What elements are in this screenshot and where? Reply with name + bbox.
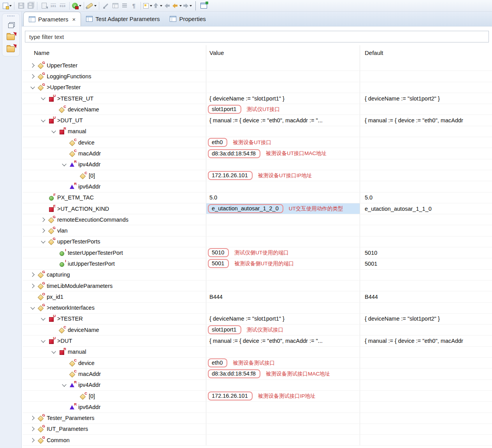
forward-button[interactable]	[183, 1, 192, 11]
save-button[interactable]	[17, 1, 25, 11]
param-value-cell[interactable]: B444	[206, 291, 360, 302]
param-default-cell[interactable]	[360, 325, 492, 335]
param-default-cell[interactable]	[360, 391, 492, 401]
param-default-cell[interactable]	[360, 280, 492, 291]
param-default-cell[interactable]: { manual := { device := "eth0", macAddr	[360, 335, 492, 346]
expand-arrow-collapsed[interactable]	[29, 426, 37, 432]
expand-arrow-expanded[interactable]	[39, 95, 47, 102]
param-default-cell[interactable]: e_utaction_autosar_1_1_0	[360, 203, 492, 214]
table-row[interactable]: U>TESTER_UT{ deviceName := "slot1port1" …	[23, 93, 492, 104]
table-row[interactable]: GLoggingFunctions	[23, 71, 492, 82]
param-value-cell[interactable]	[206, 270, 360, 280]
param-default-cell[interactable]	[360, 358, 492, 368]
expand-arrow-collapsed[interactable]	[29, 73, 37, 79]
column-header-name[interactable]: Name	[23, 45, 206, 60]
column-header-default[interactable]: Default	[360, 45, 492, 60]
table-row[interactable]: Rmanual	[23, 126, 492, 137]
reference-grid-button[interactable]	[111, 1, 119, 11]
param-default-cell[interactable]: { deviceName := "slot1port2" }	[360, 314, 492, 324]
param-value-cell[interactable]	[206, 413, 360, 423]
table-row[interactable]: U>DUT{ manual := { device := "eth0", mac…	[23, 335, 492, 346]
param-value-cell[interactable]	[206, 214, 360, 225]
table-row[interactable]: Ripv4Addr	[23, 159, 492, 170]
param-value-cell[interactable]	[206, 126, 360, 137]
param-value-cell[interactable]: eth0被测设备UT接口	[206, 137, 360, 148]
binary-view-1-button[interactable]: 101	[49, 1, 58, 11]
param-default-cell[interactable]: { deviceName := "slot1port2" }	[360, 93, 492, 104]
table-row[interactable]: ItesterUpperTesterPort5010测试仪侧UT使用的端口501…	[23, 247, 492, 258]
param-default-cell[interactable]	[360, 380, 492, 390]
table-row[interactable]: U>DUT_UT{ manual := { device := "eth0", …	[23, 115, 492, 126]
table-row[interactable]: CdeviceNameslot1port1测试仪UT接口	[23, 104, 492, 115]
validate-run-button[interactable]: ✓	[72, 1, 81, 11]
table-row[interactable]: GTester_Parameters	[23, 413, 492, 424]
param-value-cell[interactable]	[206, 347, 360, 357]
clear-highlight-dropdown-icon[interactable]	[94, 5, 97, 7]
param-default-cell[interactable]	[360, 270, 492, 280]
mark-occurrences-dropdown-icon[interactable]	[150, 5, 152, 7]
table-row[interactable]: Gcapturing	[23, 270, 492, 280]
table-row[interactable]: U>TESTER{ deviceName := "slot1port1" }{ …	[23, 314, 492, 325]
show-whitespace-button[interactable]: ¶	[130, 1, 138, 11]
mark-occurrences-button[interactable]	[143, 1, 152, 11]
table-row[interactable]: GCommon	[23, 435, 492, 446]
param-default-cell[interactable]	[360, 236, 492, 247]
expand-arrow-expanded[interactable]	[60, 161, 68, 168]
param-default-cell[interactable]	[360, 435, 492, 445]
expand-arrow-collapsed[interactable]	[29, 283, 37, 289]
table-row[interactable]: Ripv6Addr	[23, 181, 492, 192]
param-default-cell[interactable]	[360, 82, 492, 93]
param-default-cell[interactable]	[360, 137, 492, 148]
filter-input[interactable]	[25, 31, 488, 42]
expand-arrow-expanded[interactable]	[39, 338, 47, 344]
expand-arrow-collapsed[interactable]	[29, 62, 37, 69]
param-default-cell[interactable]	[360, 104, 492, 115]
expand-arrow-collapsed[interactable]	[39, 228, 47, 234]
param-value-cell[interactable]: slot1port1测试仪测试接口	[206, 325, 360, 335]
param-default-cell[interactable]	[360, 214, 492, 225]
param-value-cell[interactable]: 5010测试仪侧UT使用的端口	[206, 247, 360, 258]
param-value-cell[interactable]: d8:3a:dd:18:54:f8被测设备测试接口MAC地址	[206, 369, 360, 379]
param-default-cell[interactable]	[360, 181, 492, 192]
param-value-cell[interactable]	[206, 424, 360, 434]
param-default-cell[interactable]	[360, 71, 492, 81]
expand-arrow-collapsed[interactable]	[29, 415, 37, 421]
param-default-cell[interactable]: 5001	[360, 258, 492, 269]
expand-arrow-expanded[interactable]	[60, 382, 68, 388]
param-value-cell[interactable]: 172.16.26.101被测设备测试接口IP地址	[206, 391, 360, 401]
table-row[interactable]: C[0]172.16.26.101被测设备UT接口IP地址	[23, 170, 492, 181]
param-value-cell[interactable]	[206, 225, 360, 236]
param-value-cell[interactable]	[206, 159, 360, 170]
table-row[interactable]: Cdeviceeth0被测设备测试接口	[23, 358, 492, 369]
tab-properties[interactable]: Properties	[165, 12, 211, 26]
expand-arrow-collapsed[interactable]	[29, 437, 37, 443]
restore-view-icon[interactable]	[8, 23, 14, 28]
param-value-cell[interactable]	[206, 402, 360, 412]
expand-arrow-expanded[interactable]	[39, 117, 47, 123]
param-default-cell[interactable]	[360, 148, 492, 159]
param-value-cell[interactable]: eth0被测设备测试接口	[206, 358, 360, 368]
param-value-cell[interactable]: slot1port1测试仪UT接口	[206, 104, 360, 115]
expand-arrow-expanded[interactable]	[50, 349, 58, 355]
back-button[interactable]	[172, 1, 182, 11]
close-icon[interactable]: ×	[72, 16, 76, 22]
param-default-cell[interactable]	[360, 225, 492, 236]
param-value-cell[interactable]	[206, 435, 360, 445]
param-value-cell[interactable]: { manual := { device := "eth0", macAddr …	[206, 115, 360, 125]
param-value-cell[interactable]: 172.16.26.101被测设备UT接口IP地址	[206, 170, 360, 181]
open-perspective-button[interactable]	[199, 1, 208, 11]
param-value-cell[interactable]	[206, 303, 360, 313]
param-value-cell[interactable]: 5001被测设备侧UT使用的端口	[206, 258, 360, 269]
edit-pen-button[interactable]	[102, 1, 110, 11]
table-row[interactable]: GUpperTester	[23, 60, 492, 71]
param-value-cell[interactable]: 5.0	[206, 192, 360, 203]
param-default-cell[interactable]	[360, 347, 492, 357]
back-dropdown-icon[interactable]	[179, 5, 182, 7]
expand-arrow-collapsed[interactable]	[39, 217, 47, 223]
param-value-cell[interactable]: { deviceName := "slot1port1" }	[206, 93, 360, 104]
import-page-button[interactable]	[40, 1, 48, 11]
expand-arrow-expanded[interactable]	[29, 305, 37, 311]
expand-arrow-collapsed[interactable]	[29, 272, 37, 278]
expand-arrow-expanded[interactable]	[39, 238, 47, 245]
param-value-cell[interactable]	[206, 82, 360, 93]
